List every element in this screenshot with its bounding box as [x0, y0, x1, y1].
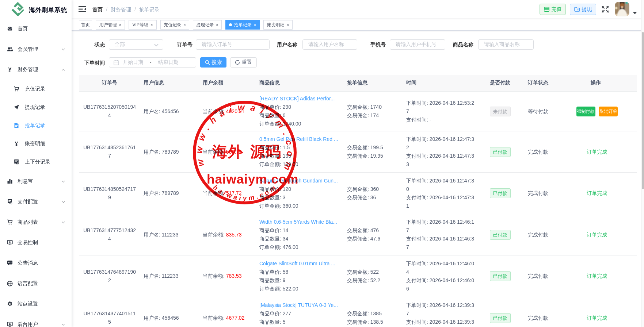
svg-text:¥: ¥: [15, 141, 18, 147]
svg-text:¥: ¥: [8, 67, 12, 73]
